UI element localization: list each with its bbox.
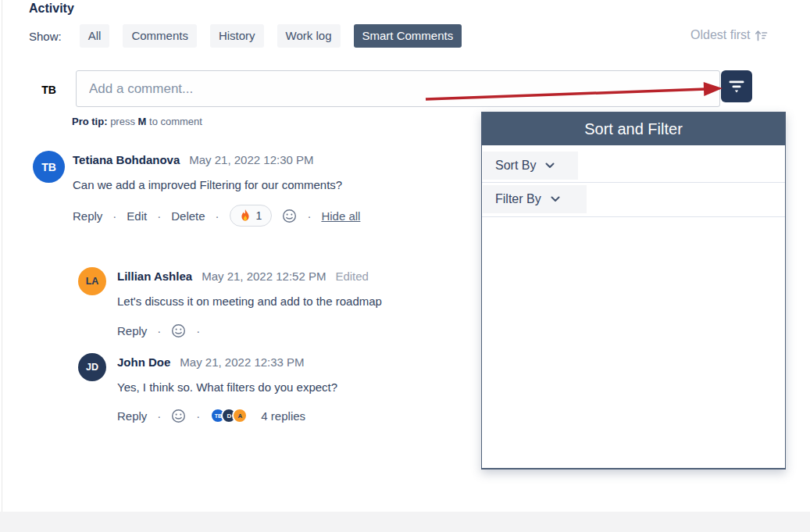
reply-link[interactable]: Reply bbox=[117, 409, 147, 423]
smiley-icon bbox=[282, 209, 297, 223]
separator-dot: · bbox=[216, 209, 219, 223]
separator-dot: · bbox=[196, 324, 200, 337]
reply-timestamp: May 21, 2022 12:52 PM bbox=[202, 270, 326, 283]
pro-tip-key: M bbox=[138, 116, 147, 127]
separator-dot: · bbox=[157, 409, 161, 423]
delete-link[interactable]: Delete bbox=[171, 209, 205, 223]
reply-actions: Reply · · bbox=[117, 321, 200, 340]
add-comment-input[interactable] bbox=[76, 70, 720, 107]
pane-divider bbox=[2, 0, 2, 512]
pro-tip-lead: Pro tip: bbox=[72, 116, 108, 127]
edit-link[interactable]: Edit bbox=[127, 209, 147, 223]
reply-link[interactable]: Reply bbox=[117, 324, 147, 337]
popup-divider bbox=[482, 216, 785, 217]
comments-filter-button[interactable] bbox=[721, 70, 752, 102]
separator-dot: · bbox=[157, 209, 161, 223]
sort-by-label: Sort By bbox=[495, 159, 536, 173]
comment-header: Tetiana Bohdanova May 21, 2022 12:30 PM bbox=[73, 153, 314, 166]
reply-author: John Doe bbox=[117, 355, 170, 369]
separator-dot: · bbox=[112, 209, 116, 223]
reply-header: John Doe May 21, 2022 12:33 PM bbox=[117, 355, 305, 369]
tab-work-log[interactable]: Work log bbox=[277, 24, 341, 48]
reaction-count: 1 bbox=[256, 209, 262, 222]
current-user-avatar: TB bbox=[33, 73, 65, 105]
page-title: Activity bbox=[29, 2, 74, 16]
comment-body: Can we add a improved Filtering for our … bbox=[73, 178, 342, 191]
separator-dot: · bbox=[157, 324, 161, 337]
comment-timestamp: May 21, 2022 12:30 PM bbox=[189, 153, 313, 166]
thread-replies-link[interactable]: 4 replies bbox=[261, 409, 305, 423]
comment-actions: Reply · Edit · Delete · 1 · bbox=[73, 204, 360, 227]
sort-order-toggle[interactable]: Oldest first bbox=[690, 28, 768, 42]
pro-tip: Pro tip: press M to comment bbox=[72, 116, 202, 127]
reply-header: Lillian Ashlea May 21, 2022 12:52 PM Edi… bbox=[117, 270, 369, 283]
add-reaction-button[interactable] bbox=[282, 209, 297, 223]
add-reaction-button[interactable] bbox=[171, 323, 186, 338]
reply-author: Lillian Ashlea bbox=[117, 270, 192, 283]
avatar: LA bbox=[78, 267, 106, 295]
chevron-down-icon bbox=[551, 196, 560, 202]
comment-author: Tetiana Bohdanova bbox=[73, 153, 180, 166]
sort-by-dropdown[interactable]: Sort By bbox=[483, 152, 578, 180]
reply-link[interactable]: Reply bbox=[73, 209, 102, 223]
popup-title: Sort and Filter bbox=[482, 112, 785, 145]
fire-reaction-pill[interactable]: 1 bbox=[230, 205, 273, 227]
popup-divider bbox=[482, 182, 785, 183]
reply-timestamp: May 21, 2022 12:33 PM bbox=[180, 355, 304, 369]
sort-and-filter-popup: Sort and Filter Sort By Filter By bbox=[481, 112, 786, 470]
tab-comments[interactable]: Comments bbox=[123, 24, 197, 48]
edited-badge: Edited bbox=[335, 270, 369, 283]
smiley-icon bbox=[171, 409, 186, 423]
separator-dot: · bbox=[196, 409, 200, 423]
filter-icon bbox=[728, 79, 745, 94]
mini-avatar: A bbox=[232, 408, 248, 423]
add-reaction-button[interactable] bbox=[171, 409, 186, 423]
activity-filter-bar: Show: All Comments History Work log Smar… bbox=[29, 24, 462, 48]
hide-all-link[interactable]: Hide all bbox=[321, 209, 360, 223]
tab-all[interactable]: All bbox=[80, 24, 110, 48]
chevron-down-icon bbox=[545, 162, 555, 169]
avatar: TB bbox=[33, 151, 65, 183]
pro-tip-press: press bbox=[110, 116, 135, 127]
show-label: Show: bbox=[29, 30, 62, 43]
fire-icon bbox=[240, 209, 251, 222]
separator-dot: · bbox=[307, 209, 311, 223]
smiley-icon bbox=[171, 323, 186, 338]
avatar: JD bbox=[78, 353, 106, 381]
tab-history[interactable]: History bbox=[210, 24, 264, 48]
thread-participants[interactable]: TB D A bbox=[210, 408, 248, 423]
tab-smart-comments[interactable]: Smart Comments bbox=[354, 24, 462, 48]
sort-ascending-icon bbox=[755, 29, 768, 42]
reply-actions: Reply · · TB D A 4 replies bbox=[117, 405, 305, 426]
sort-order-label: Oldest first bbox=[690, 28, 750, 42]
reply-body: Let's discuss it on meeting and add to t… bbox=[117, 295, 382, 308]
footer-band bbox=[0, 512, 810, 532]
activity-panel: Activity Show: All Comments History Work… bbox=[0, 0, 810, 532]
filter-by-label: Filter By bbox=[495, 192, 541, 206]
reply-body: Yes, I think so. What filters do you exp… bbox=[117, 380, 337, 394]
filter-by-dropdown[interactable]: Filter By bbox=[483, 185, 587, 213]
pro-tip-rest: to comment bbox=[149, 116, 202, 127]
